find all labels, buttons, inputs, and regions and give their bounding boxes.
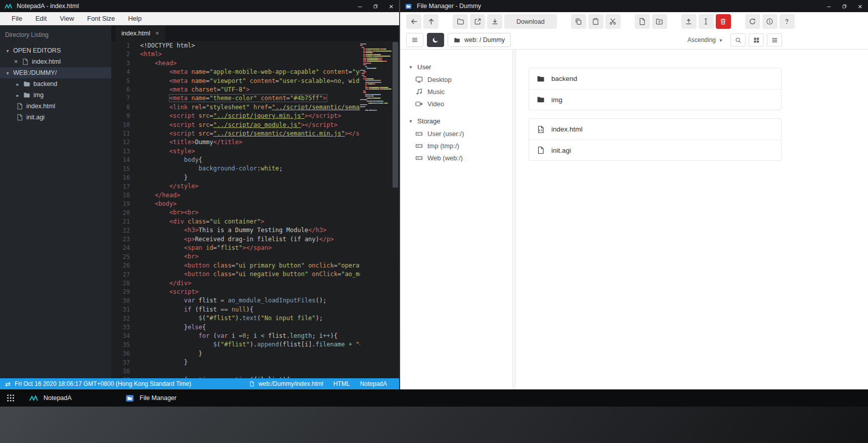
close-button[interactable]: ×	[852, 0, 868, 12]
minimize-button[interactable]: –	[821, 0, 837, 12]
close-button[interactable]: ×	[383, 0, 399, 12]
external-link-icon	[474, 18, 482, 25]
fm-sidebar-item-user-user[interactable]: User (user:/)	[400, 127, 512, 140]
tree-item-label: WEB:/DUMMY/	[13, 69, 57, 76]
menu-font-size[interactable]: Font Size	[80, 12, 121, 25]
file-code-icon	[537, 125, 545, 134]
trash-icon	[719, 18, 727, 25]
cut-button[interactable]	[605, 14, 621, 29]
copy-button[interactable]	[571, 14, 586, 29]
fm-section-user: ▾UserDesktopMusicVideo	[400, 61, 512, 110]
file-name: img	[551, 96, 562, 104]
folder-solid-icon	[537, 96, 545, 104]
file-row-img[interactable]: img	[529, 89, 781, 110]
sort-dropdown[interactable]: Ascending ▾	[687, 36, 723, 43]
close-icon: ×	[13, 58, 19, 65]
fm-section-header-storage[interactable]: ▾Storage	[400, 115, 512, 127]
editor-minimap[interactable]	[360, 41, 392, 378]
fm-sidebar-item-label: User (user:/)	[427, 130, 464, 138]
file-manager-logo-icon	[405, 3, 412, 10]
drive-icon	[415, 142, 423, 150]
scrollbar-thumb[interactable]	[393, 42, 398, 188]
taskbar-app-file-manager[interactable]: File Manager	[117, 389, 213, 407]
notepada-window-title: NotepadA - index.html	[17, 3, 79, 10]
arrow-left-icon	[410, 18, 418, 25]
maximize-button[interactable]	[368, 0, 383, 12]
menu-file[interactable]: File	[5, 12, 29, 25]
fm-sidebar-item-video[interactable]: Video	[400, 98, 512, 110]
tree-item-backend[interactable]: ▸backend	[0, 78, 111, 90]
upload-button[interactable]	[681, 14, 697, 29]
taskbar-app-notepada[interactable]: NotepadA	[21, 389, 117, 407]
info-icon	[766, 18, 773, 25]
fm-section-header-user[interactable]: ▾User	[400, 61, 512, 73]
menu-button[interactable]	[406, 33, 423, 47]
tree-item-web-dummy[interactable]: ▾WEB:/DUMMY/	[0, 67, 111, 78]
tab-close-icon[interactable]: ×	[155, 29, 159, 37]
rename-icon	[702, 18, 710, 25]
new-file-button[interactable]	[635, 14, 650, 29]
code-editor[interactable]: 1234567891011121314151617181920212223242…	[111, 41, 399, 378]
file-manager-window-controls: – ×	[821, 0, 868, 12]
taskbar-apps: NotepadAFile Manager	[21, 389, 213, 407]
minimize-button[interactable]: –	[352, 0, 368, 12]
search-button[interactable]	[730, 33, 746, 47]
paste-button[interactable]	[588, 14, 603, 29]
folder-plus-icon	[656, 18, 663, 25]
tree-item-open-editors[interactable]: ▾OPEN EDITORS	[0, 45, 111, 56]
menu-edit[interactable]: Edit	[29, 12, 53, 25]
fm-sidebar-item-label: Video	[427, 100, 444, 108]
notepada-logo-icon	[5, 3, 12, 10]
statusbar-path: web:/Dummy/index.html	[258, 380, 323, 387]
tab-index-html[interactable]: index.html ×	[115, 25, 165, 41]
file-icon	[22, 58, 29, 65]
fm-sidebar-item-label: Web (web:/)	[427, 154, 463, 162]
fm-sidebar-scrollbar[interactable]	[512, 50, 516, 389]
dark-mode-toggle[interactable]	[427, 33, 444, 47]
rename-button[interactable]	[699, 14, 714, 29]
file-row-index.html[interactable]: index.html	[529, 119, 781, 140]
delete-button[interactable]	[716, 14, 731, 29]
notepada-window: NotepadA - index.html – × FileEditViewFo…	[0, 0, 399, 389]
sync-icon: ⇄	[5, 381, 11, 387]
moon-icon	[432, 36, 439, 43]
active-line-selection: <meta name="theme-color" content="#4b75f…	[169, 95, 327, 102]
tree-item-index.html[interactable]: ×index.html	[0, 56, 111, 67]
tree-item-index.html[interactable]: index.html	[0, 101, 111, 112]
tree-item-init.agi[interactable]: init.agi	[0, 112, 111, 123]
maximize-button[interactable]	[837, 0, 852, 12]
breadcrumb[interactable]: web: / Dummy	[448, 33, 511, 47]
file-group-1: backendimg	[529, 68, 782, 110]
open-button[interactable]	[453, 14, 468, 29]
help-button[interactable]	[779, 14, 795, 29]
tree-item-img[interactable]: ▸img	[0, 90, 111, 101]
folder-solid-icon	[537, 75, 545, 83]
tree-item-label: index.html	[26, 103, 55, 110]
fm-sidebar-item-music[interactable]: Music	[400, 85, 512, 98]
sort-label: Ascending	[687, 36, 716, 43]
fm-sidebar-item-desktop[interactable]: Desktop	[400, 73, 512, 85]
folder-open-icon	[457, 18, 464, 25]
refresh-button[interactable]	[745, 14, 760, 29]
file-row-init.agi[interactable]: init.agi	[529, 140, 781, 160]
file-name: backend	[551, 75, 577, 82]
open-in-new-window-button[interactable]	[470, 14, 485, 29]
editor-scrollbar[interactable]	[392, 41, 399, 378]
file-name: index.html	[551, 125, 583, 133]
app-launcher-button[interactable]	[0, 389, 21, 407]
fm-sidebar: ▾UserDesktopMusicVideo▾StorageUser (user…	[400, 50, 512, 389]
list-view-button[interactable]	[767, 33, 782, 47]
back-button[interactable]	[406, 14, 421, 29]
menu-view[interactable]: View	[53, 12, 80, 25]
download-file-button[interactable]	[487, 14, 502, 29]
file-row-backend[interactable]: backend	[529, 68, 781, 89]
grid-view-button[interactable]	[749, 33, 764, 47]
properties-button[interactable]	[762, 14, 777, 29]
fm-sidebar-item-tmp-tmp[interactable]: tmp (tmp:/)	[400, 140, 512, 152]
download-button[interactable]: Download	[504, 14, 557, 29]
file-manager-window: File Manager - Dummy – × Download web: /…	[400, 0, 868, 389]
menu-help[interactable]: Help	[121, 12, 148, 25]
up-button[interactable]	[423, 14, 439, 29]
new-folder-button[interactable]	[652, 14, 667, 29]
fm-sidebar-item-web-web[interactable]: Web (web:/)	[400, 152, 512, 164]
